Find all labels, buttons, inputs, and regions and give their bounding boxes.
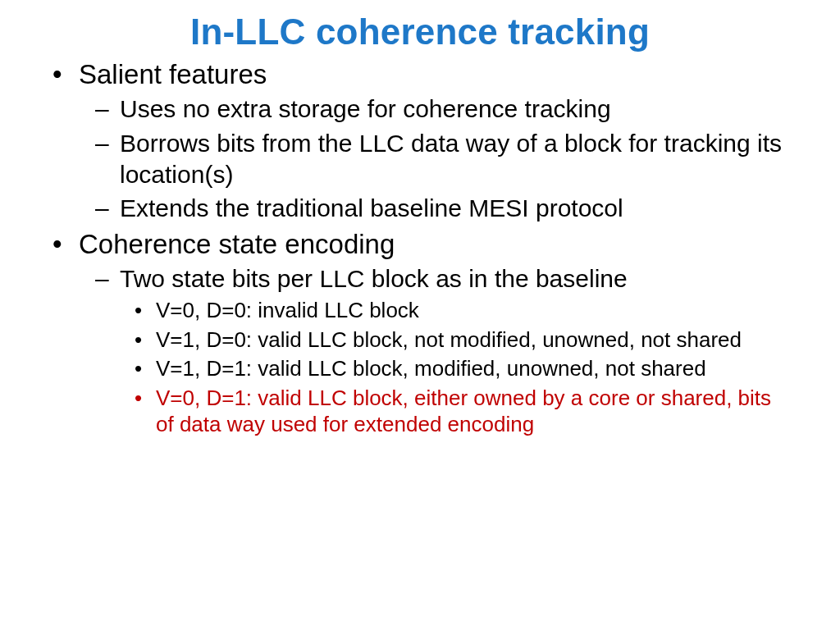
state-v0d1-highlight: V=0, D=1: valid LLC block, either owned … (156, 385, 807, 438)
state-v1d1: V=1, D=1: valid LLC block, modified, uno… (156, 355, 807, 382)
bullet-coherence-encoding: Coherence state encoding (79, 227, 807, 262)
sub-borrow-bits: Borrows bits from the LLC data way of a … (120, 128, 807, 191)
sub-two-state-bits: Two state bits per LLC block as in the b… (120, 263, 807, 294)
state-v1d0: V=1, D=0: valid LLC block, not modified,… (156, 326, 807, 354)
sub-no-extra-storage: Uses no extra storage for coherence trac… (120, 94, 807, 125)
state-v0d0: V=0, D=0: invalid LLC block (156, 297, 807, 324)
bullet-salient-features: Salient features (79, 57, 807, 92)
slide-title: In-LLC coherence tracking (33, 11, 807, 52)
slide-body: Salient features Uses no extra storage f… (33, 57, 807, 438)
sub-extends-mesi: Extends the traditional baseline MESI pr… (120, 193, 807, 224)
